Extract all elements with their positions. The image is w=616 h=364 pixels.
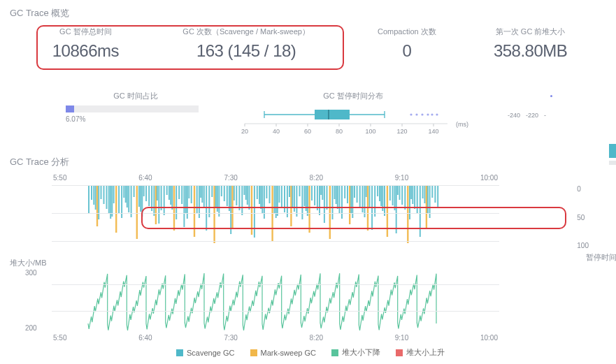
svg-rect-66 [171, 185, 173, 210]
bottom-plot [52, 269, 499, 332]
svg-point-7 [410, 113, 412, 115]
stat-label: GC 暂停总时间 [24, 27, 148, 37]
svg-rect-103 [251, 185, 252, 235]
legend-label: Mark-sweep GC [261, 349, 316, 357]
svg-rect-184 [426, 185, 427, 228]
svg-point-9 [421, 113, 423, 115]
svg-rect-27 [88, 185, 89, 213]
pause-time-chart: 5:506:407:308:209:1010:00 050100 暂停时间/ms [52, 175, 569, 252]
svg-rect-125 [299, 185, 301, 196]
svg-rect-179 [414, 185, 415, 209]
svg-rect-172 [399, 185, 401, 200]
heap-svg [52, 269, 499, 332]
svg-text:40: 40 [273, 128, 280, 135]
svg-rect-136 [322, 185, 323, 200]
svg-rect-146 [344, 185, 345, 198]
svg-rect-60 [158, 185, 159, 224]
svg-rect-72 [185, 185, 187, 214]
svg-rect-151 [354, 185, 355, 198]
svg-rect-88 [218, 185, 220, 217]
svg-rect-138 [327, 185, 328, 210]
svg-rect-133 [317, 185, 318, 210]
stat-gc-count: GC 次数（Scavenge / Mark-sweep） 163 (145 / … [148, 27, 345, 61]
svg-rect-117 [281, 185, 282, 208]
svg-rect-29 [93, 185, 94, 205]
swatch-icon [396, 349, 403, 356]
svg-rect-137 [324, 185, 325, 223]
svg-rect-70 [181, 185, 182, 204]
analysis-title: GC Trace 分析 [10, 156, 606, 168]
svg-rect-92 [229, 185, 230, 211]
legend-label: 堆大小下降 [342, 347, 380, 358]
svg-rect-98 [241, 185, 243, 215]
legend-marksweep: Mark-sweep GC [250, 347, 316, 358]
svg-rect-76 [194, 185, 195, 237]
svg-rect-77 [196, 185, 198, 213]
swatch-icon [331, 349, 338, 356]
svg-point-12 [436, 113, 438, 115]
svg-rect-185 [427, 185, 429, 213]
legend: Scavenge GC Mark-sweep GC 堆大小下降 堆大小上升 [52, 347, 569, 358]
overview-subrow: GC 时间占比 6.07% GC 暂停时间分布 2040608 [10, 91, 606, 136]
svg-rect-126 [301, 185, 303, 219]
svg-rect-165 [384, 185, 385, 216]
svg-rect-189 [437, 185, 438, 208]
overview-title: GC Trace 概览 [10, 7, 606, 20]
pct-fill [66, 105, 74, 112]
svg-rect-166 [387, 185, 388, 237]
svg-rect-96 [236, 185, 237, 205]
svg-rect-140 [332, 185, 334, 219]
svg-rect-106 [259, 185, 260, 204]
svg-rect-123 [294, 185, 295, 212]
svg-rect-5 [315, 110, 350, 119]
swatch-icon [176, 349, 183, 356]
y-ticks-right: 050100 [577, 185, 589, 249]
svg-rect-177 [410, 185, 412, 199]
svg-rect-43 [123, 185, 124, 198]
right-axis-label: 暂停时间/ms [586, 252, 616, 263]
svg-rect-82 [206, 185, 207, 231]
stat-value: 358.80MB [468, 41, 592, 61]
stat-value: 0 [345, 41, 469, 61]
svg-rect-170 [396, 185, 397, 233]
stat-label: GC 次数（Scavenge / Mark-sweep） [148, 27, 345, 37]
svg-rect-113 [274, 185, 275, 213]
svg-rect-107 [260, 185, 262, 209]
legend-heap-down: 堆大小下降 [331, 347, 380, 358]
svg-rect-71 [183, 185, 185, 227]
svg-rect-62 [164, 185, 165, 215]
svg-rect-61 [161, 185, 162, 210]
tick: -220 [526, 112, 538, 119]
svg-rect-160 [374, 185, 375, 217]
svg-rect-111 [269, 185, 271, 203]
svg-rect-36 [108, 185, 110, 214]
svg-text:20: 20 [241, 128, 248, 135]
side-accent [609, 144, 616, 158]
boxplot-svg: 20406080100120140 (ms) [238, 105, 468, 136]
svg-rect-116 [278, 185, 280, 203]
svg-rect-58 [155, 185, 157, 224]
svg-rect-153 [359, 185, 361, 208]
svg-rect-50 [138, 185, 140, 207]
svg-rect-174 [404, 185, 406, 210]
svg-rect-87 [217, 185, 218, 212]
svg-rect-89 [221, 185, 222, 196]
stats-row: GC 暂停总时间 10866ms GC 次数（Scavenge / Mark-s… [10, 27, 606, 61]
svg-rect-121 [290, 185, 292, 226]
svg-rect-104 [254, 185, 255, 238]
svg-rect-163 [380, 185, 382, 206]
svg-rect-135 [320, 185, 322, 195]
svg-rect-48 [134, 185, 135, 197]
svg-rect-182 [422, 185, 424, 198]
svg-rect-63 [166, 185, 168, 195]
overview-panel: GC 暂停总时间 10866ms GC 次数（Scavenge / Mark-s… [10, 27, 606, 82]
svg-rect-35 [106, 185, 108, 209]
svg-rect-99 [243, 185, 245, 195]
svg-rect-162 [379, 185, 380, 201]
svg-rect-176 [409, 185, 410, 219]
legend-label: 堆大小上升 [406, 347, 445, 358]
svg-rect-54 [145, 185, 147, 201]
top-plot [52, 185, 499, 249]
stat-value: 163 (145 / 18) [148, 41, 345, 61]
svg-rect-28 [91, 185, 92, 200]
